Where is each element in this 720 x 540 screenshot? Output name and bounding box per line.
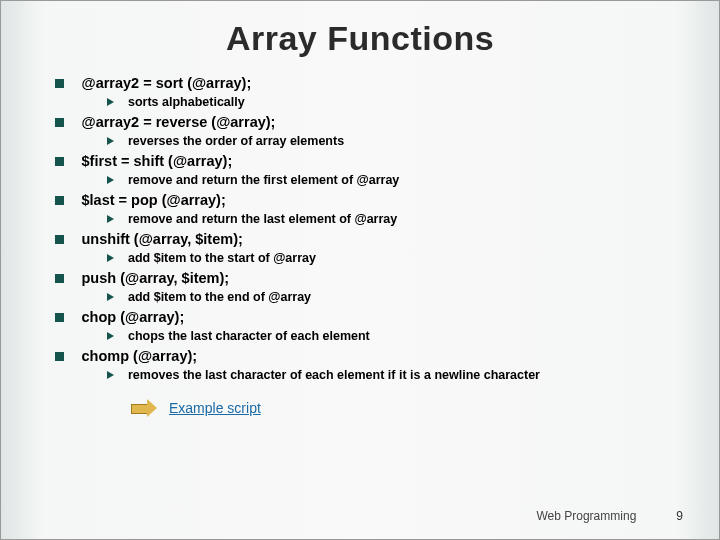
list-item: $first = shift (@array); remove and retu… <box>55 152 695 189</box>
bullet-level-1: chop (@array); <box>55 308 695 328</box>
list-item: chomp (@array); removes the last charact… <box>55 347 695 384</box>
slide: Array Functions @array2 = sort (@array);… <box>0 0 720 540</box>
item-code: @array2 = reverse (@array); <box>82 113 276 133</box>
item-code: @array2 = sort (@array); <box>82 74 252 94</box>
list-item: unshift (@array, $item); add $item to th… <box>55 230 695 267</box>
item-code: $first = shift (@array); <box>82 152 233 172</box>
example-script-link[interactable]: Example script <box>169 400 261 416</box>
item-code: chop (@array); <box>82 308 185 328</box>
triangle-bullet-icon <box>107 137 114 145</box>
example-link-row: Example script <box>131 399 695 417</box>
item-desc: reverses the order of array elements <box>128 133 344 151</box>
triangle-bullet-icon <box>107 332 114 340</box>
triangle-bullet-icon <box>107 98 114 106</box>
square-bullet-icon <box>55 274 64 283</box>
bullet-level-2: sorts alphabetically <box>107 94 695 112</box>
triangle-bullet-icon <box>107 254 114 262</box>
bullet-level-2: add $item to the start of @array <box>107 250 695 268</box>
square-bullet-icon <box>55 196 64 205</box>
list-item: $last = pop (@array); remove and return … <box>55 191 695 228</box>
triangle-bullet-icon <box>107 215 114 223</box>
bullet-level-1: $first = shift (@array); <box>55 152 695 172</box>
square-bullet-icon <box>55 118 64 127</box>
triangle-bullet-icon <box>107 176 114 184</box>
footer: Web Programming 9 <box>536 509 683 523</box>
page-number: 9 <box>676 509 683 523</box>
arrow-right-icon <box>131 399 157 417</box>
bullet-level-1: $last = pop (@array); <box>55 191 695 211</box>
square-bullet-icon <box>55 157 64 166</box>
item-desc: chops the last character of each element <box>128 328 370 346</box>
item-code: chomp (@array); <box>82 347 198 367</box>
triangle-bullet-icon <box>107 371 114 379</box>
bullet-level-1: unshift (@array, $item); <box>55 230 695 250</box>
bullet-level-2: remove and return the last element of @a… <box>107 211 695 229</box>
footer-text: Web Programming <box>536 509 636 523</box>
bullet-level-2: chops the last character of each element <box>107 328 695 346</box>
item-code: push (@array, $item); <box>82 269 230 289</box>
bullet-level-1: chomp (@array); <box>55 347 695 367</box>
item-desc: add $item to the start of @array <box>128 250 316 268</box>
item-code: $last = pop (@array); <box>82 191 226 211</box>
square-bullet-icon <box>55 235 64 244</box>
content-area: @array2 = sort (@array); sorts alphabeti… <box>55 74 695 417</box>
list-item: chop (@array); chops the last character … <box>55 308 695 345</box>
item-desc: remove and return the last element of @a… <box>128 211 397 229</box>
item-desc: removes the last character of each eleme… <box>128 367 540 385</box>
item-desc: sorts alphabetically <box>128 94 245 112</box>
bullet-level-1: @array2 = reverse (@array); <box>55 113 695 133</box>
bullet-level-2: reverses the order of array elements <box>107 133 695 151</box>
item-desc: remove and return the first element of @… <box>128 172 399 190</box>
bullet-level-2: removes the last character of each eleme… <box>107 367 695 385</box>
triangle-bullet-icon <box>107 293 114 301</box>
page-title: Array Functions <box>1 19 719 58</box>
square-bullet-icon <box>55 79 64 88</box>
square-bullet-icon <box>55 352 64 361</box>
square-bullet-icon <box>55 313 64 322</box>
bullet-level-2: add $item to the end of @array <box>107 289 695 307</box>
bullet-level-1: @array2 = sort (@array); <box>55 74 695 94</box>
item-desc: add $item to the end of @array <box>128 289 311 307</box>
item-code: unshift (@array, $item); <box>82 230 243 250</box>
bullet-level-1: push (@array, $item); <box>55 269 695 289</box>
bullet-level-2: remove and return the first element of @… <box>107 172 695 190</box>
list-item: @array2 = sort (@array); sorts alphabeti… <box>55 74 695 111</box>
list-item: push (@array, $item); add $item to the e… <box>55 269 695 306</box>
list-item: @array2 = reverse (@array); reverses the… <box>55 113 695 150</box>
